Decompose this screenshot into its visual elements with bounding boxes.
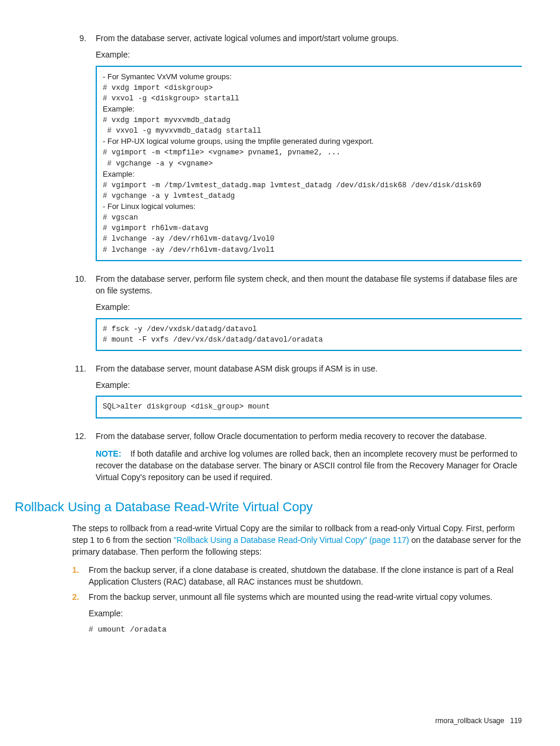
step-text: From the database server, perform file s… (96, 273, 522, 297)
note-block: NOTE: If both datafile and archive log v… (96, 448, 522, 484)
code-line: Example: (103, 170, 134, 178)
code-block: - For Symantec VxVM volume groups: # vxd… (96, 66, 522, 261)
example-label: Example: (89, 607, 522, 619)
cross-reference-link[interactable]: "Rollback Using a Database Read-Only Vir… (174, 535, 409, 545)
step-text: From the database server, mount database… (96, 363, 522, 374)
substep-2: 2. From the backup server, unmount all f… (72, 591, 522, 635)
note-text: If both datafile and archive log volumes… (96, 449, 517, 482)
code-line: # vxvol -g myvxvmdb_datadg startall (103, 127, 261, 135)
code-block: # fsck -y /dev/vxdsk/datadg/datavol # mo… (96, 318, 522, 351)
step-body: From the database server, follow Oracle … (96, 430, 522, 484)
step-number: 9. (72, 32, 96, 269)
substep-body: From the backup server, if a clone datab… (89, 564, 522, 588)
step-11: 11. From the database server, mount data… (72, 363, 522, 427)
main-content: 9. From the database server, activate lo… (72, 32, 522, 484)
ordered-list-secondary: 1. From the backup server, if a clone da… (72, 564, 522, 636)
code-line: # vgchange -a y lvmtest_datadg (103, 192, 235, 200)
code-line: # vxdg import myvxvmdb_datadg (103, 116, 231, 124)
code-line: # vgscan (103, 214, 138, 222)
step-body: From the database server, perform file s… (96, 273, 522, 359)
code-line: # vgimport rh6lvm-datavg (103, 224, 208, 232)
code-line: Example: (103, 104, 134, 113)
code-line: # vgimport -m <tmpfile> <vgname> pvname1… (103, 148, 340, 157)
step-body: From the database server, mount database… (96, 363, 522, 427)
code-line: # vxdg import <diskgroup> (103, 84, 213, 92)
ordered-list-primary: 9. From the database server, activate lo… (72, 32, 522, 484)
code-line: # lvchange -ay /dev/rh6lvm-datavg/lvol0 (103, 235, 275, 243)
page-footer: rmora_rollback Usage 119 (436, 716, 522, 726)
code-line: # lvchange -ay /dev/rh6lvm-datavg/lvol1 (103, 246, 275, 254)
code-line: # vxvol -g <diskgroup> startall (103, 94, 239, 103)
footer-text: rmora_rollback Usage (436, 717, 504, 725)
substep-body: From the backup server, unmount all file… (89, 591, 522, 635)
example-label: Example: (96, 379, 522, 391)
step-number: 11. (72, 363, 96, 427)
code-line: - For HP-UX logical volume groups, using… (103, 137, 374, 146)
code-block: SQL>alter diskgroup <disk_group> mount (96, 396, 522, 418)
section-heading: Rollback Using a Database Read-Write Vir… (15, 498, 522, 517)
step-text: From the database server, activate logic… (96, 32, 522, 44)
code-line: - For Linux logical volumes: (103, 202, 195, 211)
substep-text: From the backup server, unmount all file… (89, 591, 522, 603)
step-text: From the database server, follow Oracle … (96, 430, 522, 442)
code-line: # vgchange -a y <vgname> (103, 160, 213, 168)
step-12: 12. From the database server, follow Ora… (72, 430, 522, 484)
substep-1: 1. From the backup server, if a clone da… (72, 564, 522, 588)
example-label: Example: (96, 49, 522, 60)
code-line: # vgimport -m /tmp/lvmtest_datadg.map lv… (103, 181, 481, 190)
example-label: Example: (96, 301, 522, 313)
page-number: 119 (510, 717, 522, 725)
inline-code: # umount /oradata (89, 625, 522, 636)
step-number: 12. (72, 430, 96, 484)
substep-number: 2. (72, 591, 89, 635)
step-number: 10. (72, 273, 96, 359)
section-intro: The steps to rollback from a read-write … (72, 522, 522, 558)
note-label: NOTE: (96, 449, 122, 458)
step-9: 9. From the database server, activate lo… (72, 32, 522, 269)
step-10: 10. From the database server, perform fi… (72, 273, 522, 359)
substep-number: 1. (72, 564, 89, 588)
code-line: - For Symantec VxVM volume groups: (103, 72, 232, 81)
step-body: From the database server, activate logic… (96, 32, 522, 269)
